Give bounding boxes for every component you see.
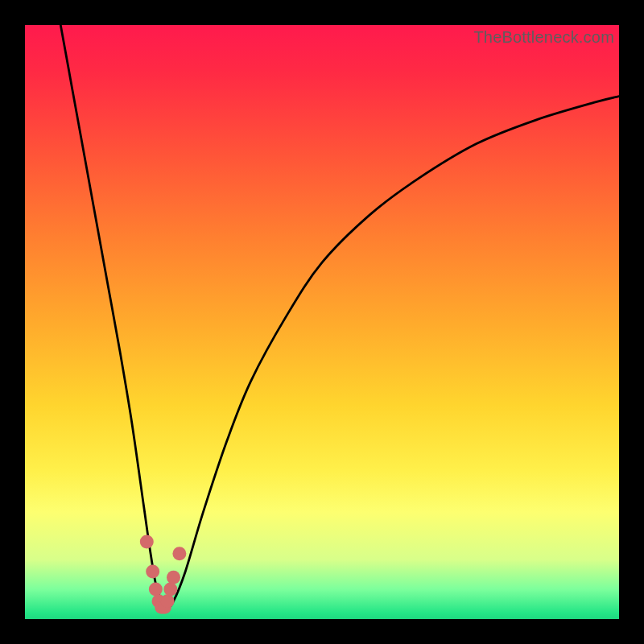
- highlight-dot: [149, 583, 163, 597]
- highlight-dot: [167, 571, 180, 584]
- highlight-dot: [172, 547, 186, 560]
- plot-area: TheBottleneck.com: [25, 25, 619, 619]
- main-curve: [60, 25, 619, 607]
- highlight-dot: [140, 535, 154, 549]
- highlight-dots: [140, 535, 187, 614]
- curve-layer: [25, 25, 619, 619]
- highlight-dot: [161, 594, 175, 608]
- highlight-dot: [163, 583, 177, 597]
- outer-frame: TheBottleneck.com: [0, 0, 644, 644]
- highlight-dot: [146, 564, 159, 578]
